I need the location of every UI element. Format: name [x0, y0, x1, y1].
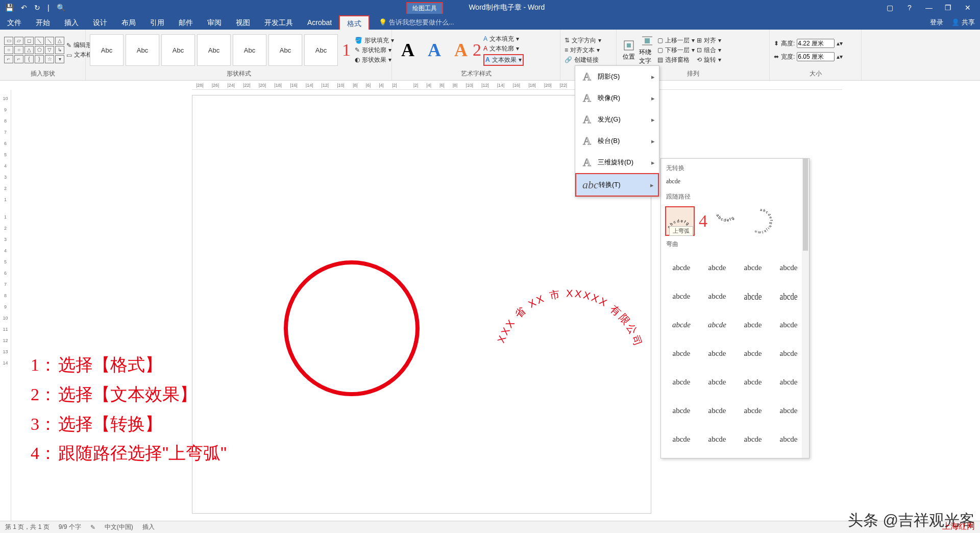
svg-rect-2	[645, 38, 650, 43]
warp-option[interactable]: abcde	[666, 398, 697, 423]
selection-pane-button[interactable]: ▤ 选择窗格	[657, 56, 695, 64]
warp-option[interactable]: abcde	[666, 283, 697, 309]
text-direction-button[interactable]: ⇅ 文字方向 ▾	[565, 36, 601, 45]
warp-option[interactable]: abcde	[702, 312, 732, 337]
warp-option[interactable]: abcde	[702, 283, 732, 309]
align-text-button[interactable]: ≡ 对齐文本 ▾	[565, 46, 601, 55]
stamp-arc-text[interactable]: XXX 省 XX 市 XXXXX 有限公司	[495, 276, 643, 357]
save-icon[interactable]: 💾	[5, 4, 14, 12]
menu-item-shadow[interactable]: A阴影(S)▸	[575, 66, 659, 87]
shape-outline-button[interactable]: ✎ 形状轮廓 ▾	[355, 46, 394, 55]
no-transform-option[interactable]: abcde	[661, 176, 809, 190]
text-outline-button[interactable]: A 文本轮廓 ▾	[483, 44, 524, 53]
ribbon-options-icon[interactable]: ▢	[881, 4, 899, 12]
warp-option[interactable]: abcde	[702, 255, 732, 280]
undo-icon[interactable]: ↶	[21, 4, 27, 12]
warp-option[interactable]: abcde	[702, 426, 732, 452]
wordart-gallery[interactable]: A A A	[396, 36, 473, 64]
create-link-button[interactable]: 🔗 创建链接	[565, 56, 601, 64]
path-arch-down[interactable]: a b c d e f g	[712, 206, 741, 236]
path-circle[interactable]: a b c d e f g h i j k l m n	[745, 206, 775, 236]
path-arch-up[interactable]: a b c d e f g 上弯弧	[665, 206, 695, 236]
shapes-gallery[interactable]: ▭▱◻＼＼△ ○○△⬠▽↳ ⌐⌐{}☆▾	[4, 37, 64, 63]
tab-design[interactable]: 设计	[86, 15, 114, 30]
stamp-circle-shape[interactable]	[284, 260, 420, 396]
warp-option[interactable]: abcde	[773, 312, 804, 337]
document-title: Word制作电子章 - Word	[469, 3, 545, 12]
quick-access-toolbar: 💾 ↶ ↻ | 🔍	[0, 4, 70, 12]
maximize-icon[interactable]: ❐	[939, 4, 958, 12]
panel-scrollbar[interactable]	[802, 159, 809, 458]
share-button[interactable]: 👤 共享	[951, 18, 975, 27]
warp-option[interactable]: abcde	[666, 255, 697, 280]
warp-option[interactable]: abcde	[738, 341, 768, 366]
bring-forward-button[interactable]: ▢ 上移一层 ▾	[657, 36, 695, 45]
rotate-button[interactable]: ⟲ 旋转 ▾	[697, 56, 721, 64]
redo-icon[interactable]: ↻	[34, 4, 40, 12]
tab-file[interactable]: 文件	[0, 15, 29, 30]
tab-acrobat[interactable]: Acrobat	[300, 15, 339, 30]
wrap-text-button[interactable]: 环绕文字	[639, 34, 655, 66]
warp-option[interactable]: abcde	[738, 312, 768, 337]
minimize-icon[interactable]: —	[920, 4, 938, 12]
tab-references[interactable]: 引用	[143, 15, 172, 30]
print-preview-icon[interactable]: 🔍	[57, 4, 65, 12]
width-field[interactable]: ⬌ 宽度: ▴▾	[774, 52, 843, 61]
warp-option[interactable]: abcde	[738, 426, 768, 452]
close-icon[interactable]: ✕	[959, 4, 977, 12]
warp-option[interactable]: abcde	[773, 280, 804, 313]
warp-option[interactable]: abcde	[773, 426, 804, 452]
warp-option[interactable]: abcde	[773, 255, 804, 280]
help-icon[interactable]: ?	[900, 4, 919, 12]
menu-item-3d-rotation[interactable]: A三维旋转(D)▸	[575, 152, 659, 173]
tab-developer[interactable]: 开发工具	[257, 15, 300, 30]
annotation-marker-1: 1	[342, 40, 351, 60]
warp-option[interactable]: abcde	[702, 398, 732, 423]
warp-option[interactable]: abcde	[666, 312, 697, 337]
status-words[interactable]: 9/9 个字	[59, 523, 81, 531]
align-button[interactable]: ⊞ 对齐 ▾	[697, 36, 721, 45]
tab-layout[interactable]: 布局	[114, 15, 143, 30]
warp-option[interactable]: abcde	[738, 398, 768, 423]
warp-option[interactable]: abcde	[666, 426, 697, 452]
status-spellcheck-icon[interactable]: ✎	[90, 524, 95, 531]
tab-home[interactable]: 开始	[29, 15, 57, 30]
warp-option[interactable]: abcde	[738, 255, 768, 280]
contextual-tab-drawing-tools[interactable]: 绘图工具	[406, 2, 443, 14]
warp-option[interactable]: abcde	[702, 369, 732, 395]
svg-text:a b c d e f g: a b c d e f g	[715, 213, 734, 222]
tab-review[interactable]: 审阅	[200, 15, 229, 30]
tell-me-search[interactable]: 💡 告诉我您想要做什么...	[379, 18, 454, 27]
status-page[interactable]: 第 1 页，共 1 页	[5, 523, 50, 531]
position-button[interactable]: 位置	[621, 34, 637, 66]
status-insert-mode[interactable]: 插入	[142, 523, 155, 531]
send-backward-button[interactable]: ▢ 下移一层 ▾	[657, 46, 695, 55]
transform-panel: 无转换 abcde 跟随路径 a b c d e f g 上弯弧 4 a b c…	[660, 158, 810, 458]
warp-option[interactable]: abcde	[773, 341, 804, 366]
menu-item-bevel[interactable]: A棱台(B)▸	[575, 130, 659, 152]
warp-option[interactable]: abcde	[666, 341, 697, 366]
warp-option[interactable]: abcde	[666, 369, 697, 395]
tab-insert[interactable]: 插入	[57, 15, 86, 30]
tab-format[interactable]: 格式	[339, 15, 370, 30]
tab-mailings[interactable]: 邮件	[172, 15, 200, 30]
warp-option[interactable]: abcde	[738, 369, 768, 395]
text-fill-button[interactable]: A 文本填充 ▾	[483, 35, 524, 43]
login-button[interactable]: 登录	[930, 18, 943, 27]
menu-item-transform[interactable]: abc转换(T)▸	[575, 173, 659, 197]
height-field[interactable]: ⬍ 高度: ▴▾	[774, 39, 843, 48]
tab-view[interactable]: 视图	[229, 15, 257, 30]
group-label: 插入形状	[4, 69, 81, 79]
shape-effect-button[interactable]: ◐ 形状效果 ▾	[355, 56, 394, 64]
group-button[interactable]: ⊡ 组合 ▾	[697, 46, 721, 55]
menu-item-glow[interactable]: A发光(G)▸	[575, 109, 659, 130]
text-effects-button[interactable]: A 文本效果 ▾	[483, 54, 524, 66]
warp-option[interactable]: abcde	[773, 369, 804, 395]
warp-option[interactable]: abcde	[738, 280, 768, 313]
warp-option[interactable]: abcde	[702, 341, 732, 366]
warp-option[interactable]: abcde	[773, 398, 804, 423]
shape-style-gallery[interactable]: Abc Abc Abc Abc Abc Abc Abc	[90, 34, 338, 66]
shape-fill-button[interactable]: 🪣 形状填充 ▾	[355, 36, 394, 45]
menu-item-reflection[interactable]: A映像(R)▸	[575, 87, 659, 109]
status-language[interactable]: 中文(中国)	[105, 523, 133, 531]
